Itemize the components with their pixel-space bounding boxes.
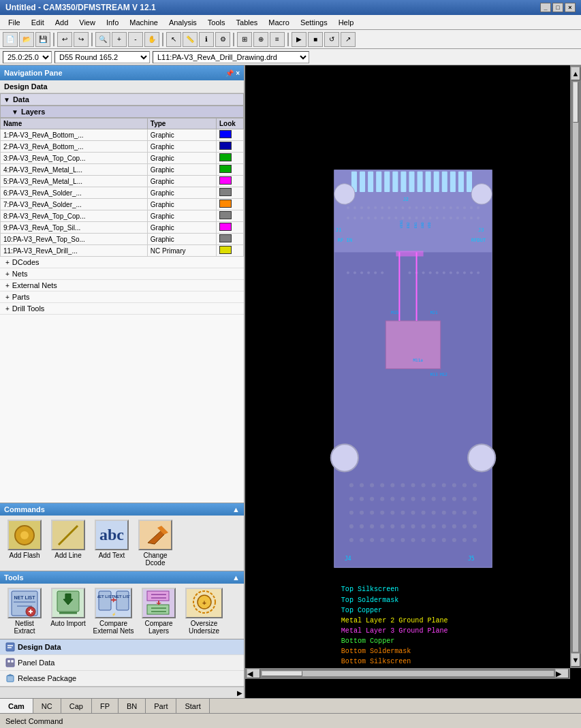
separator-3 — [162, 33, 163, 46]
tab-part[interactable]: Part — [146, 699, 176, 713]
menu-macro[interactable]: Macro — [263, 17, 295, 28]
svg-point-85 — [367, 217, 370, 219]
v-scrollbar[interactable]: ▲ ▼ — [570, 65, 581, 668]
netlist-extract-item[interactable]: NET LIST Netlist Extract — [4, 588, 45, 635]
tab-fp[interactable]: FP — [92, 699, 119, 713]
run-button[interactable]: ▶ — [292, 32, 307, 47]
minimize-button[interactable]: _ — [540, 3, 551, 12]
table-row[interactable]: 5:PA-V3_RevA_Metal_L... Graphic — [1, 176, 244, 187]
select-button[interactable]: ↖ — [166, 32, 181, 47]
snap-button[interactable]: ⊕ — [253, 32, 268, 47]
commands-collapse-button[interactable]: ▲ — [232, 505, 240, 513]
canvas-area[interactable]: J2 J1 J3 RF IN RFDUT — [245, 65, 581, 698]
maximize-button[interactable]: □ — [552, 3, 563, 12]
scroll-up-button[interactable]: ▲ — [571, 67, 580, 80]
tree-item[interactable]: +Parts — [0, 291, 244, 303]
nav-design-data[interactable]: Design Data — [0, 639, 244, 655]
menu-tables[interactable]: Tables — [231, 17, 264, 28]
add-flash-item[interactable]: Add Flash — [4, 520, 45, 567]
data-section-header[interactable]: ▼ Data — [0, 93, 244, 106]
tools-collapse-button[interactable]: ▲ — [232, 573, 240, 582]
undo-button[interactable]: ↩ — [57, 32, 72, 47]
auto-import-item[interactable]: Auto Import — [48, 588, 89, 635]
measure-button[interactable]: 📏 — [183, 32, 198, 47]
open-button[interactable]: 📂 — [19, 32, 34, 47]
table-row[interactable]: 6:PA-V3_RevA_Solder_... Graphic — [1, 187, 244, 199]
menu-tools[interactable]: Tools — [202, 17, 231, 28]
tree-item[interactable]: +DCodes — [0, 257, 244, 268]
properties-button[interactable]: ℹ — [199, 32, 214, 47]
svg-text:RF IN: RF IN — [338, 237, 352, 243]
h-scrollbar[interactable]: ◀ ▶ — [245, 668, 570, 679]
oversize-undersize-label: Oversize Undersize — [182, 620, 226, 635]
tree-item[interactable]: +External Nets — [0, 280, 244, 291]
tree-item[interactable]: +Drill Tools — [0, 303, 244, 315]
tab-start[interactable]: Start — [176, 699, 209, 713]
tab-cap[interactable]: Cap — [61, 699, 92, 713]
menu-help[interactable]: Help — [333, 17, 360, 28]
coord-dropdown[interactable]: 25.0:25.0 — [3, 51, 52, 63]
svg-point-137 — [452, 483, 456, 487]
table-row[interactable]: 7:PA-V3_RevA_Solder_... Graphic — [1, 199, 244, 210]
v-scroll-track[interactable] — [573, 82, 578, 652]
menu-info[interactable]: Info — [101, 17, 124, 28]
tab-cam[interactable]: Cam — [0, 699, 33, 713]
menu-settings[interactable]: Settings — [295, 17, 333, 28]
stop-button[interactable]: ■ — [308, 32, 323, 47]
reload-button[interactable]: ↺ — [324, 32, 339, 47]
save-button[interactable]: 💾 — [35, 32, 50, 47]
menu-edit[interactable]: Edit — [26, 17, 50, 28]
table-row[interactable]: 3:PA-V3_RevA_Top_Cop... Graphic — [1, 153, 244, 164]
svg-point-63 — [354, 206, 356, 209]
tab-bn[interactable]: BN — [119, 699, 146, 713]
scroll-down-button[interactable]: ▼ — [571, 653, 580, 667]
table-row[interactable]: 11:PA-V3_RevA_Drill_... NC Primary — [1, 245, 244, 257]
menu-add[interactable]: Add — [50, 17, 74, 28]
svg-point-84 — [360, 217, 363, 219]
menu-machine[interactable]: Machine — [124, 17, 163, 28]
add-text-item[interactable]: abc Add Text — [91, 520, 132, 567]
expand-panel-button[interactable]: ▶ — [0, 686, 244, 698]
scroll-left-button[interactable]: ◀ — [247, 669, 260, 678]
tab-nc[interactable]: NC — [33, 699, 61, 713]
zoom-in-button[interactable]: + — [112, 32, 127, 47]
pan-button[interactable]: ✋ — [144, 32, 159, 47]
oversize-undersize-item[interactable]: + Oversize Undersize — [182, 588, 226, 635]
close-button[interactable]: × — [565, 3, 576, 12]
compare-external-nets-item[interactable]: NET LIST NET LIST ⚡ Compare External Net… — [91, 588, 136, 635]
table-row[interactable]: 1:PA-V3_RevA_Bottom_... Graphic — [1, 129, 244, 141]
settings-button[interactable]: ⚙ — [215, 32, 230, 47]
scroll-right-button[interactable]: ▶ — [555, 669, 569, 678]
new-button[interactable]: 📄 — [3, 32, 18, 47]
v-scroll-thumb[interactable] — [573, 82, 578, 123]
zoom-fit-button[interactable]: 🔍 — [95, 32, 110, 47]
nav-release-package[interactable]: Release Package — [0, 671, 244, 686]
menu-analysis[interactable]: Analysis — [163, 17, 202, 28]
table-row[interactable]: 10:PA-V3_RevA_Top_So... Graphic — [1, 234, 244, 245]
export-button[interactable]: ↗ — [341, 32, 356, 47]
compare-layers-item[interactable]: Compare Layers — [138, 588, 179, 635]
nav-panel-data[interactable]: Panel Data — [0, 655, 244, 671]
table-row[interactable]: 8:PA-V3_RevA_Top_Cop... Graphic — [1, 210, 244, 222]
grid-button[interactable]: ⊞ — [237, 32, 252, 47]
expand-icon: + — [5, 294, 10, 301]
h-scroll-thumb[interactable] — [262, 671, 302, 676]
menu-file[interactable]: File — [3, 17, 26, 28]
table-row[interactable]: 9:PA-V3_RevA_Top_Sil... Graphic — [1, 222, 244, 234]
table-row[interactable]: 4:PA-V3_RevA_Metal_L... Graphic — [1, 164, 244, 176]
table-row[interactable]: 2:PA-V3_RevA_Bottom_... Graphic — [1, 141, 244, 153]
pin-button[interactable]: 📌 × — [225, 69, 240, 77]
layer-button[interactable]: ≡ — [270, 32, 285, 47]
tree-item[interactable]: +Nets — [0, 268, 244, 280]
change-dcode-item[interactable]: Change Dcode — [135, 520, 176, 567]
h-scroll-track[interactable] — [262, 671, 554, 676]
redo-button[interactable]: ↪ — [74, 32, 89, 47]
layer-dropdown[interactable]: L11:PA-V3_RevA_Drill_Drawing.drd — [153, 51, 309, 63]
svg-text:NET LIST: NET LIST — [97, 595, 114, 599]
zoom-out-button[interactable]: - — [128, 32, 143, 47]
dcode-dropdown[interactable]: D55 Round 165.2 — [54, 51, 150, 63]
layers-section-header[interactable]: ▼ Layers — [0, 106, 244, 118]
svg-rect-58 — [458, 172, 464, 192]
menu-view[interactable]: View — [74, 17, 101, 28]
add-line-item[interactable]: Add Line — [48, 520, 89, 567]
